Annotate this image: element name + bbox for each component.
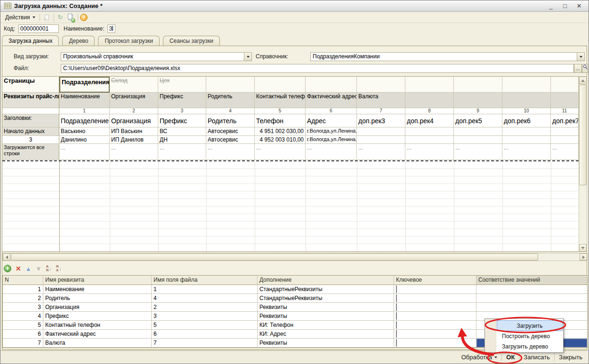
cell-match[interactable] [476, 303, 587, 312]
data-cell[interactable]: 4 952 003 010,00 [255, 136, 306, 144]
preview-cell-empty[interactable] [405, 127, 454, 136]
data-cell[interactable]: ИП Васькин [110, 127, 158, 136]
cell-n[interactable]: 6 [3, 330, 43, 339]
preview-cell-empty[interactable] [454, 136, 502, 144]
help-icon[interactable]: ? [80, 14, 88, 21]
col-number[interactable]: 5 [255, 108, 306, 114]
attr-cell[interactable]: Валюта [357, 93, 405, 108]
minimize-button[interactable]: _ [545, 2, 557, 9]
attr-cell[interactable]: Родитель [206, 93, 255, 108]
col-number[interactable]: 3 [158, 108, 206, 114]
cell-field[interactable]: 4 [152, 294, 258, 303]
cell-field[interactable]: 3 [152, 312, 258, 321]
cell-key[interactable] [394, 303, 476, 312]
refresh-icon[interactable]: ↻ [57, 14, 65, 22]
horizontal-scrollbar[interactable] [2, 253, 588, 261]
code-field[interactable]: 000000001 [18, 24, 59, 33]
menu-item-load-tree[interactable]: Загрузить дерево [497, 341, 563, 352]
cell-field[interactable]: 1 [152, 285, 258, 294]
cell-addition[interactable]: КИ: Телефон [258, 321, 394, 330]
cell-n[interactable]: 2 [3, 294, 43, 303]
tab-load-data[interactable]: Загрузка данных [2, 35, 59, 46]
attr-cell[interactable]: Фактический адрес [306, 93, 357, 108]
data-cell[interactable]: 4 951 002 030,00 [255, 127, 306, 136]
data-cell[interactable]: ИП Данилов [110, 136, 158, 144]
ellipsis-cell[interactable]: ... [59, 144, 110, 160]
close-form-button[interactable]: Закрыть [555, 352, 587, 362]
sort-desc-button[interactable]: ЯА ↓ [56, 265, 62, 272]
data-cell[interactable]: Данилино [59, 136, 110, 144]
process-button[interactable]: Обработка [457, 352, 502, 362]
ellipsis-cell[interactable]: ... [158, 144, 206, 160]
preview-cell-empty[interactable] [405, 136, 454, 144]
preview-page[interactable]: Склад [110, 77, 158, 93]
cell-n[interactable]: 1 [3, 285, 43, 294]
vertical-scrollbar[interactable] [579, 76, 587, 252]
col-number[interactable]: 1 [59, 108, 110, 114]
ellipsis-cell[interactable]: ... [306, 144, 357, 160]
empty-grid-area[interactable] [2, 161, 579, 252]
reread-icon[interactable]: ← [43, 14, 51, 22]
preview-page[interactable]: Цех [158, 77, 206, 93]
cell-attr[interactable]: Валюта [43, 339, 152, 348]
cell-field[interactable]: 2 [152, 303, 258, 312]
cell-attr[interactable]: Организация [43, 303, 152, 312]
move-down-button[interactable]: ▼ [36, 265, 42, 272]
preview-cell-empty[interactable] [551, 77, 579, 93]
preview-cell-empty[interactable] [405, 93, 454, 108]
preview-cell-empty[interactable] [357, 127, 405, 136]
cell-n[interactable]: 7 [3, 339, 43, 348]
ellipsis-cell[interactable]: ... [502, 144, 551, 160]
checkbox[interactable] [396, 294, 397, 302]
preview-cell-empty[interactable] [502, 93, 551, 108]
table-row[interactable]: 2 Родитель 4 СтандартныеРеквизиты [3, 294, 587, 303]
cell-addition[interactable]: СтандартныеРеквизиты [258, 285, 394, 294]
cell-attr[interactable]: Префикс [43, 312, 152, 321]
preview-cell-empty[interactable] [454, 93, 502, 108]
col-number[interactable]: 2 [110, 108, 158, 114]
tab-sessions[interactable]: Сеансы загрузки [163, 36, 220, 46]
header-cell[interactable]: Подразделение [59, 114, 110, 127]
cell-attr[interactable]: Фактический адрес [43, 330, 152, 339]
col-header-key[interactable]: Ключевое [394, 276, 476, 285]
preview-cell-empty[interactable] [502, 136, 551, 144]
header-cell[interactable]: Телефон [255, 114, 306, 127]
copy-new-icon[interactable]: + [67, 14, 75, 22]
save-button[interactable]: Записать [519, 352, 554, 362]
checkbox[interactable] [396, 321, 397, 329]
ellipsis-cell[interactable]: ... [357, 144, 405, 160]
preview-cell-empty[interactable] [2, 108, 59, 114]
browse-button[interactable]: ... [574, 64, 582, 73]
dropdown-button[interactable] [577, 53, 584, 61]
header-cell[interactable]: Родитель [206, 114, 255, 127]
preview-cell-empty[interactable] [255, 77, 306, 93]
cell-field[interactable]: 5 [152, 321, 258, 330]
catalog-select[interactable]: ПодразделенияКомпании [310, 52, 585, 61]
cell-attr[interactable]: Родитель [43, 294, 152, 303]
header-cell[interactable]: доп.рек7 [551, 114, 579, 127]
name-field[interactable]: З [107, 24, 115, 33]
cell-key[interactable] [394, 339, 476, 348]
col-number[interactable]: 10 [502, 108, 551, 114]
cell-field[interactable]: 6 [152, 330, 258, 339]
preview-cell-empty[interactable] [405, 77, 454, 93]
checkbox[interactable] [396, 339, 397, 347]
ellipsis-cell[interactable]: ... [454, 144, 502, 160]
attr-cell[interactable]: Организация [110, 93, 158, 108]
preview-cell-empty[interactable] [502, 77, 551, 93]
cell-addition[interactable]: КИ: Адрес [258, 330, 394, 339]
scroll-left-button[interactable] [3, 253, 10, 261]
col-number[interactable]: 11 [551, 108, 579, 114]
col-header-addition[interactable]: Дополнение [258, 276, 394, 285]
scroll-up-button[interactable] [579, 77, 587, 84]
cell-field[interactable]: 7 [152, 339, 258, 348]
header-cell[interactable]: Организация [110, 114, 158, 127]
checkbox[interactable] [396, 285, 397, 293]
data-cell[interactable]: Васькино [59, 127, 110, 136]
header-cell[interactable]: доп.рек3 [357, 114, 405, 127]
col-number[interactable]: 6 [306, 108, 357, 114]
dropdown-button[interactable] [244, 53, 251, 61]
preview-cell-empty[interactable] [551, 93, 579, 108]
preview-cell-empty[interactable] [357, 136, 405, 144]
attr-cell[interactable]: Наименование [59, 93, 110, 108]
